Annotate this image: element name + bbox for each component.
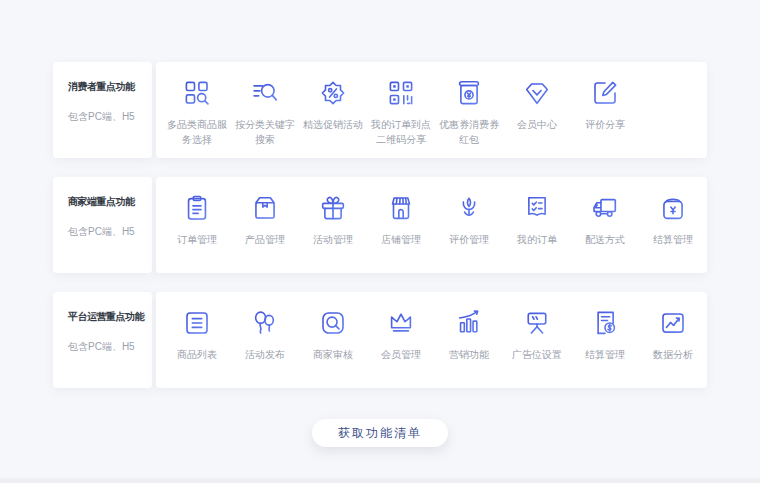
next-section-edge bbox=[0, 478, 760, 483]
section-summary-card: 消费者重点功能 包含PC端、H5 bbox=[53, 62, 152, 158]
feature-section-row: 消费者重点功能 包含PC端、H5 多品类商品服务选择 按分类关键字搜索 精选促销… bbox=[53, 62, 707, 158]
feature-label: 优惠券消费券红包 bbox=[438, 117, 500, 147]
section-title: 平台运营重点功能 bbox=[68, 310, 146, 324]
feature-label: 会员中心 bbox=[506, 117, 568, 132]
feature-label: 精选促销活动 bbox=[302, 117, 364, 132]
section-subtitle: 包含PC端、H5 bbox=[68, 225, 146, 238]
feature-label: 按分类关键字搜索 bbox=[234, 117, 296, 147]
feature-label: 评价分享 bbox=[574, 117, 636, 132]
feature-item: 广告位设置 bbox=[503, 308, 571, 388]
feature-label: 数据分析 bbox=[642, 347, 704, 362]
feature-label: 配送方式 bbox=[574, 232, 636, 247]
storefront-icon bbox=[386, 193, 416, 223]
section-subtitle: 包含PC端、H5 bbox=[68, 110, 146, 123]
order-checklist-icon bbox=[522, 193, 552, 223]
audit-search-icon bbox=[318, 308, 348, 338]
clipboard-icon bbox=[182, 193, 212, 223]
bar-chart-icon bbox=[454, 308, 484, 338]
feature-label: 我的订单 bbox=[506, 232, 568, 247]
feature-sections: 消费者重点功能 包含PC端、H5 多品类商品服务选择 按分类关键字搜索 精选促销… bbox=[53, 62, 707, 407]
purse-yuan-icon bbox=[658, 193, 688, 223]
feature-item: 商品列表 bbox=[163, 308, 231, 388]
feature-label: 广告位设置 bbox=[506, 347, 568, 362]
feature-label: 多品类商品服务选择 bbox=[166, 117, 228, 147]
section-features-card: 订单管理 产品管理 活动管理 店铺管理 评价管理 我的订单 配送方式 结算管理 bbox=[156, 177, 707, 273]
qrcode-icon bbox=[386, 78, 416, 108]
feature-item: 会员中心 bbox=[503, 78, 571, 158]
feature-label: 评价管理 bbox=[438, 232, 500, 247]
promo-badge-icon bbox=[318, 78, 348, 108]
feature-label: 产品管理 bbox=[234, 232, 296, 247]
feature-item: 多品类商品服务选择 bbox=[163, 78, 231, 158]
feature-section-row: 商家端重点功能 包含PC端、H5 订单管理 产品管理 活动管理 店铺管理 评价管… bbox=[53, 177, 707, 273]
red-packet-icon bbox=[454, 78, 484, 108]
get-feature-list-button[interactable]: 获取功能清单 bbox=[312, 419, 448, 447]
doc-dollar-icon bbox=[590, 308, 620, 338]
feature-item: 结算管理 bbox=[639, 193, 707, 273]
line-chart-icon bbox=[658, 308, 688, 338]
feature-item: 精选促销活动 bbox=[299, 78, 367, 158]
feature-item: 结算管理 bbox=[571, 308, 639, 388]
feature-label: 会员管理 bbox=[370, 347, 432, 362]
review-edit-icon bbox=[590, 78, 620, 108]
feature-item: 商家审核 bbox=[299, 308, 367, 388]
feature-label: 结算管理 bbox=[574, 347, 636, 362]
grid-search-icon bbox=[182, 78, 212, 108]
crown-icon bbox=[386, 308, 416, 338]
feature-item: 优惠券消费券红包 bbox=[435, 78, 503, 158]
feature-item: 产品管理 bbox=[231, 193, 299, 273]
feature-label: 订单管理 bbox=[166, 232, 228, 247]
section-title: 消费者重点功能 bbox=[68, 80, 146, 94]
feature-item: 数据分析 bbox=[639, 308, 707, 388]
flower-icon bbox=[454, 193, 484, 223]
feature-item: 活动发布 bbox=[231, 308, 299, 388]
gift-icon bbox=[318, 193, 348, 223]
section-summary-card: 商家端重点功能 包含PC端、H5 bbox=[53, 177, 152, 273]
feature-label: 商品列表 bbox=[166, 347, 228, 362]
feature-label: 商家审核 bbox=[302, 347, 364, 362]
feature-label: 我的订单到点二维码分享 bbox=[370, 117, 432, 147]
feature-item: 活动管理 bbox=[299, 193, 367, 273]
section-features-card: 多品类商品服务选择 按分类关键字搜索 精选促销活动 我的订单到点二维码分享 优惠… bbox=[156, 62, 707, 158]
billboard-icon bbox=[522, 308, 552, 338]
list-square-icon bbox=[182, 308, 212, 338]
feature-label: 结算管理 bbox=[642, 232, 704, 247]
package-icon bbox=[250, 193, 280, 223]
feature-item: 评价管理 bbox=[435, 193, 503, 273]
truck-icon bbox=[590, 193, 620, 223]
section-features-card: 商品列表 活动发布 商家审核 会员管理 营销功能 广告位设置 结算管理 数据分析 bbox=[156, 292, 707, 388]
feature-label: 店铺管理 bbox=[370, 232, 432, 247]
section-title: 商家端重点功能 bbox=[68, 195, 146, 209]
feature-item: 订单管理 bbox=[163, 193, 231, 273]
feature-item: 我的订单到点二维码分享 bbox=[367, 78, 435, 158]
feature-label: 活动管理 bbox=[302, 232, 364, 247]
section-summary-card: 平台运营重点功能 包含PC端、H5 bbox=[53, 292, 152, 388]
feature-item: 按分类关键字搜索 bbox=[231, 78, 299, 158]
feature-section-row: 平台运营重点功能 包含PC端、H5 商品列表 活动发布 商家审核 会员管理 营销… bbox=[53, 292, 707, 388]
feature-item: 我的订单 bbox=[503, 193, 571, 273]
feature-item: 会员管理 bbox=[367, 308, 435, 388]
section-subtitle: 包含PC端、H5 bbox=[68, 340, 146, 353]
feature-item: 配送方式 bbox=[571, 193, 639, 273]
search-list-icon bbox=[250, 78, 280, 108]
balloons-icon bbox=[250, 308, 280, 338]
feature-item: 店铺管理 bbox=[367, 193, 435, 273]
feature-item: 评价分享 bbox=[571, 78, 639, 158]
feature-label: 活动发布 bbox=[234, 347, 296, 362]
feature-item: 营销功能 bbox=[435, 308, 503, 388]
feature-label: 营销功能 bbox=[438, 347, 500, 362]
member-diamond-icon bbox=[522, 78, 552, 108]
